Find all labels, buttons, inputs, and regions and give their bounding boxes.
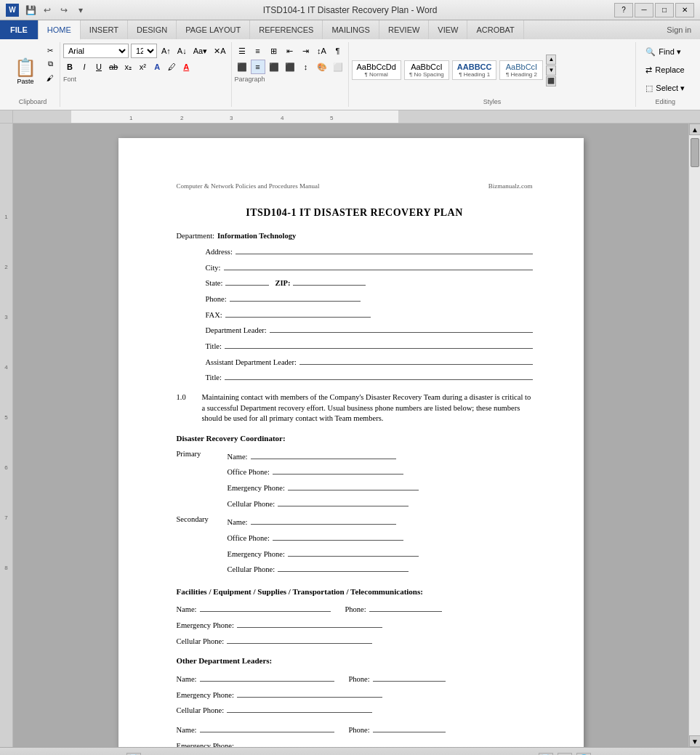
style-no-spacing[interactable]: AaBbCcI ¶ No Spacing (404, 60, 449, 80)
paste-button[interactable]: 📋 Paste (9, 44, 42, 98)
leader2-name-input[interactable] (200, 722, 334, 732)
select-button[interactable]: ⬚ Select ▾ (640, 80, 690, 96)
bold-button[interactable]: B (63, 60, 76, 74)
replace-button[interactable]: ⇄ Replace (640, 62, 690, 78)
help-btn[interactable]: ? (614, 3, 633, 17)
title2-input[interactable] (225, 370, 533, 380)
secondary-emergency-input[interactable] (288, 546, 419, 557)
sort-btn[interactable]: ↕A (315, 44, 329, 58)
view-mode-read[interactable]: 📖 (558, 753, 572, 756)
underline-button[interactable]: U (92, 60, 105, 74)
facilities-emergency-input[interactable] (237, 618, 382, 628)
tab-view[interactable]: VIEW (429, 20, 467, 39)
save-quick-btn[interactable]: 💾 (23, 3, 38, 17)
doc-status-icon[interactable]: 📄 (126, 753, 141, 756)
scroll-down-btn[interactable]: ▼ (689, 735, 700, 747)
text-effects-btn[interactable]: A (150, 60, 164, 74)
grow-font-btn[interactable]: A↑ (159, 44, 173, 58)
shading-btn[interactable]: 🎨 (315, 60, 329, 74)
facilities-phone-input[interactable] (369, 602, 442, 612)
vertical-scrollbar[interactable]: ▲ ▼ (688, 124, 700, 747)
primary-cellular-input[interactable] (278, 496, 409, 506)
primary-name-input[interactable] (251, 449, 396, 459)
font-size-select[interactable]: 12 (131, 44, 157, 58)
tab-page-layout[interactable]: PAGE LAYOUT (177, 20, 250, 39)
borders-btn[interactable]: ⬜ (331, 60, 345, 74)
align-left-btn[interactable]: ⬛ (235, 60, 249, 74)
change-case-btn[interactable]: Aa▾ (191, 44, 209, 58)
align-center-btn[interactable]: ≡ (251, 60, 265, 74)
zoom-plus-btn[interactable]: + (667, 753, 672, 756)
customize-quick-btn[interactable]: ▾ (73, 3, 88, 17)
primary-emergency-input[interactable] (288, 480, 419, 490)
facilities-cellular-input[interactable] (227, 634, 372, 644)
leader1-phone-input[interactable] (373, 671, 446, 682)
tab-home[interactable]: HOME (39, 20, 81, 40)
line-spacing-btn[interactable]: ↕ (299, 60, 313, 74)
state-input[interactable] (225, 275, 269, 286)
city-input[interactable] (224, 260, 533, 270)
numbering-btn[interactable]: ≡ (251, 44, 265, 58)
styles-scroll-down[interactable]: ▼ (546, 65, 556, 76)
dept-leader-input[interactable] (270, 323, 533, 333)
leader2-phone-input[interactable] (373, 722, 446, 732)
title1-input[interactable] (225, 339, 533, 349)
tab-review[interactable]: REVIEW (379, 20, 429, 39)
cut-button[interactable]: ✂ (44, 44, 57, 57)
secondary-office-input[interactable] (273, 530, 403, 541)
minimize-btn[interactable]: ─ (635, 3, 653, 17)
font-color-btn[interactable]: A (180, 60, 193, 74)
scroll-thumb[interactable] (691, 138, 699, 167)
facilities-name-input[interactable] (200, 602, 331, 612)
copy-button[interactable]: ⧉ (44, 57, 57, 70)
redo-quick-btn[interactable]: ↪ (57, 3, 71, 17)
show-hide-btn[interactable]: ¶ (331, 44, 345, 58)
align-right-btn[interactable]: ⬛ (267, 60, 281, 74)
italic-button[interactable]: I (78, 60, 91, 74)
view-mode-web[interactable]: 🌐 (576, 753, 591, 756)
font-name-select[interactable]: Arial (63, 44, 129, 58)
asst-dept-leader-input[interactable] (299, 355, 533, 365)
format-painter-button[interactable]: 🖌 (44, 71, 57, 84)
primary-office-input[interactable] (273, 464, 403, 475)
tab-acrobat[interactable]: ACROBAT (467, 20, 523, 39)
style-normal[interactable]: AaBbCcDd ¶ Normal (352, 60, 401, 80)
style-heading2[interactable]: AaBbCcI ¶ Heading 2 (499, 60, 543, 80)
tab-design[interactable]: DESIGN (128, 20, 177, 39)
secondary-name-input[interactable] (251, 514, 396, 525)
scroll-track[interactable] (689, 135, 700, 735)
fax-input[interactable] (225, 307, 371, 318)
bullets-btn[interactable]: ☰ (235, 44, 249, 58)
phone-input[interactable] (230, 291, 361, 302)
secondary-cellular-input[interactable] (278, 562, 409, 572)
undo-quick-btn[interactable]: ↩ (40, 3, 55, 17)
zoom-minus-btn[interactable]: ─ (595, 753, 603, 756)
close-btn[interactable]: ✕ (675, 3, 694, 17)
leader1-cellular-input[interactable] (227, 703, 372, 713)
text-highlight-btn[interactable]: 🖊 (165, 60, 178, 74)
leader1-name-input[interactable] (200, 671, 334, 682)
zip-input[interactable] (293, 275, 366, 286)
tab-insert[interactable]: INSERT (81, 20, 128, 39)
sign-in-link[interactable]: Sign in (658, 20, 700, 39)
styles-more[interactable]: ⬛ (546, 76, 556, 86)
decrease-indent-btn[interactable]: ⇤ (283, 44, 297, 58)
style-heading1[interactable]: AABBCC ¶ Heading 1 (452, 60, 497, 80)
scroll-up-btn[interactable]: ▲ (689, 124, 700, 135)
increase-indent-btn[interactable]: ⇥ (299, 44, 313, 58)
shrink-font-btn[interactable]: A↓ (175, 44, 189, 58)
find-button[interactable]: 🔍 Find ▾ (640, 44, 690, 60)
view-mode-print[interactable]: 📄 (539, 753, 553, 756)
tab-mailings[interactable]: MAILINGS (323, 20, 379, 39)
superscript-btn[interactable]: x² (136, 60, 149, 74)
justify-btn[interactable]: ⬛ (283, 60, 297, 74)
address-input[interactable] (236, 244, 533, 254)
leader2-emergency-input[interactable] (237, 738, 382, 747)
tab-file[interactable]: FILE (0, 20, 39, 39)
multilevel-btn[interactable]: ⊞ (267, 44, 281, 58)
maximize-btn[interactable]: □ (655, 3, 674, 17)
subscript-btn[interactable]: x₂ (121, 60, 134, 74)
styles-scroll-up[interactable]: ▲ (546, 54, 556, 65)
strikethrough-btn[interactable]: ab (107, 60, 120, 74)
leader1-emergency-input[interactable] (237, 687, 382, 698)
